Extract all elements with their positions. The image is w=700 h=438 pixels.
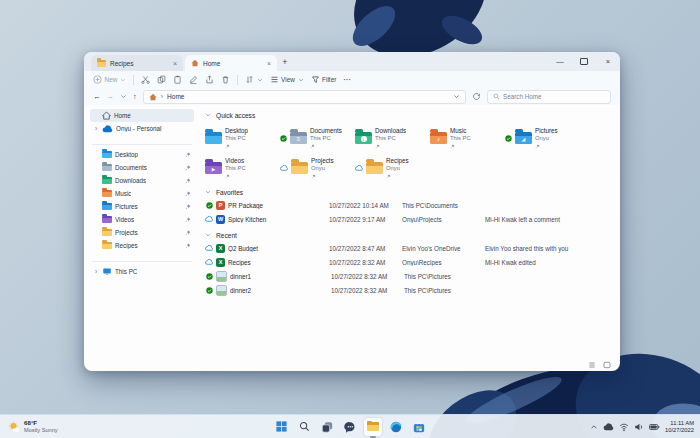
breadcrumb[interactable]: › Home xyxy=(143,90,466,104)
cut-button[interactable] xyxy=(141,75,150,84)
file-row-q2-budget[interactable]: Q2 Budget 10/27/2022 8:47 AM Elvin Yoo's… xyxy=(205,241,620,255)
cut-icon xyxy=(141,75,150,84)
tile-downloads[interactable]: DownloadsThis PC xyxy=(355,123,430,153)
battery-icon[interactable] xyxy=(649,422,660,432)
collapse-chevron-icon[interactable] xyxy=(205,112,211,118)
toolbar-divider xyxy=(133,75,134,85)
tray-time: 11:11 AM xyxy=(670,420,694,427)
sort-button[interactable] xyxy=(245,75,263,84)
section-recent[interactable]: Recent xyxy=(205,229,620,241)
tile-videos[interactable]: VideosThis PC xyxy=(205,153,280,183)
sort-icon xyxy=(245,75,254,84)
tile-documents[interactable]: DocumentsThis PC xyxy=(280,123,355,153)
share-icon xyxy=(205,75,214,84)
onedrive-tray-icon[interactable] xyxy=(603,423,614,431)
store-button[interactable] xyxy=(410,418,428,436)
chevron-down-icon xyxy=(298,77,304,83)
large-thumbnails-view-button[interactable] xyxy=(603,361,611,369)
pin-icon xyxy=(535,144,540,149)
view-button[interactable]: View xyxy=(270,75,304,84)
file-row-dinner2[interactable]: dinner2 10/27/2022 8:32 AM This PC\Pictu… xyxy=(205,283,620,297)
close-tab-icon[interactable]: × xyxy=(167,60,177,67)
sidebar-item-label: Onyu - Personal xyxy=(116,125,162,132)
sidebar-item-downloads[interactable]: Downloads xyxy=(90,174,194,187)
quick-access-tiles: DesktopThis PC DocumentsThis PC Download… xyxy=(205,123,587,183)
paste-button[interactable] xyxy=(173,75,182,84)
sidebar-item-music[interactable]: Music xyxy=(90,187,194,200)
videos-folder-icon xyxy=(102,216,112,224)
minimize-button[interactable]: — xyxy=(548,57,572,66)
address-dropdown-icon[interactable] xyxy=(453,93,460,100)
weather-widget[interactable]: 68°F Mostly Sunny xyxy=(8,415,58,438)
desktop-folder-icon xyxy=(102,151,112,159)
section-favorites[interactable]: Favorites xyxy=(205,186,620,198)
sidebar-item-desktop[interactable]: Desktop xyxy=(90,148,194,161)
filter-button[interactable]: Filter xyxy=(311,75,337,84)
tile-recipes[interactable]: RecipesOnyu xyxy=(355,153,430,183)
tile-music[interactable]: MusicThis PC xyxy=(430,123,505,153)
more-options-button[interactable]: ··· xyxy=(343,76,351,83)
home-icon xyxy=(102,111,111,120)
tile-desktop[interactable]: DesktopThis PC xyxy=(205,123,280,153)
sidebar-item-documents[interactable]: Documents xyxy=(90,161,194,174)
sidebar-item-projects[interactable]: Projects xyxy=(90,226,194,239)
new-button[interactable]: New xyxy=(93,75,126,84)
documents-folder-icon xyxy=(290,132,307,145)
delete-button[interactable] xyxy=(221,75,230,84)
details-view-button[interactable] xyxy=(588,361,596,369)
sidebar-item-label: Documents xyxy=(115,164,147,171)
wifi-icon[interactable] xyxy=(619,422,629,432)
file-row-dinner1[interactable]: dinner1 10/27/2022 8:32 AM This PC\Pictu… xyxy=(205,269,620,283)
tile-pictures[interactable]: PicturesOnyu xyxy=(505,123,580,153)
task-view-button[interactable] xyxy=(318,418,336,436)
sidebar-item-pictures[interactable]: Pictures xyxy=(90,200,194,213)
sidebar-item-recipes[interactable]: Recipes xyxy=(90,239,194,252)
file-explorer-button[interactable] xyxy=(364,418,382,436)
close-button[interactable]: × xyxy=(596,57,620,66)
file-row-spicy-kitchen[interactable]: Spicy Kitchen 10/27/2022 9:17 AM Onyu\Pr… xyxy=(205,212,620,226)
pin-icon xyxy=(185,243,191,249)
pin-icon xyxy=(310,144,315,149)
section-quick-access[interactable]: Quick access xyxy=(205,109,620,121)
sidebar-item-label: Recipes xyxy=(115,242,138,249)
pin-icon xyxy=(225,144,230,149)
sidebar-item-this-pc[interactable]: This PC xyxy=(90,265,194,278)
file-row-pr-package[interactable]: PR Package 10/27/2022 10:14 AM This PC\D… xyxy=(205,198,620,212)
expand-icon[interactable] xyxy=(93,125,99,132)
search-button[interactable] xyxy=(295,418,313,436)
copy-button[interactable] xyxy=(157,75,166,84)
up-button[interactable]: ↑ xyxy=(133,93,137,101)
back-button[interactable]: ← xyxy=(93,93,101,101)
rename-button[interactable] xyxy=(189,75,198,84)
task-view-icon xyxy=(321,421,333,433)
home-icon xyxy=(191,59,199,67)
clock[interactable]: 11:11 AM 10/27/2022 xyxy=(665,420,694,434)
tab-recipes[interactable]: Recipes × xyxy=(91,55,183,71)
chat-button[interactable] xyxy=(341,418,359,436)
edge-button[interactable] xyxy=(387,418,405,436)
recent-locations-icon[interactable] xyxy=(120,93,127,100)
weather-temperature: 68°F xyxy=(24,419,58,426)
refresh-button[interactable] xyxy=(472,92,481,101)
new-tab-button[interactable]: + xyxy=(277,54,293,70)
collapse-chevron-icon[interactable] xyxy=(205,232,211,238)
volume-icon[interactable] xyxy=(634,422,644,432)
excel-file-icon xyxy=(216,244,225,253)
tile-projects[interactable]: ProjectsOnyu xyxy=(280,153,355,183)
sidebar-item-videos[interactable]: Videos xyxy=(90,213,194,226)
start-button[interactable] xyxy=(272,418,290,436)
sidebar-item-onedrive[interactable]: Onyu - Personal xyxy=(90,122,194,135)
hidden-icons-chevron[interactable] xyxy=(590,423,598,431)
expand-icon[interactable] xyxy=(93,268,99,275)
tab-home[interactable]: Home × xyxy=(185,55,277,71)
videos-folder-icon xyxy=(205,162,222,175)
share-button[interactable] xyxy=(205,75,214,84)
close-tab-icon[interactable]: × xyxy=(261,60,271,67)
sidebar-item-home[interactable]: Home xyxy=(90,109,194,122)
forward-button[interactable]: → xyxy=(107,93,115,101)
paste-icon xyxy=(173,75,182,84)
maximize-button[interactable] xyxy=(572,58,596,66)
collapse-chevron-icon[interactable] xyxy=(205,189,211,195)
file-row-recipes[interactable]: Recipes 10/27/2022 8:32 AM Onyu\Recipes … xyxy=(205,255,620,269)
search-input[interactable]: Search Home xyxy=(487,90,611,104)
